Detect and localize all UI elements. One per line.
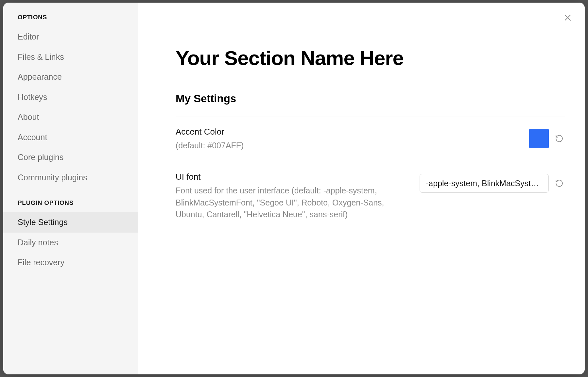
- sidebar-item-hotkeys[interactable]: Hotkeys: [3, 87, 138, 107]
- sidebar-item-community-plugins[interactable]: Community plugins: [3, 168, 138, 188]
- page-title: Your Section Name Here: [176, 46, 565, 70]
- sidebar-item-file-recovery[interactable]: File recovery: [3, 253, 138, 273]
- setting-control: [529, 127, 565, 148]
- sidebar-item-appearance[interactable]: Appearance: [3, 67, 138, 87]
- settings-sidebar: OPTIONS Editor Files & Links Appearance …: [3, 3, 138, 374]
- setting-info: UI font Font used for the user interface…: [176, 172, 420, 220]
- setting-name: Accent Color: [176, 127, 519, 137]
- reset-icon: [555, 134, 563, 143]
- close-button[interactable]: [562, 12, 574, 24]
- close-icon: [564, 14, 571, 21]
- color-swatch[interactable]: [529, 129, 549, 148]
- setting-info: Accent Color (default: #007AFF): [176, 127, 529, 151]
- sidebar-item-daily-notes[interactable]: Daily notes: [3, 233, 138, 253]
- sidebar-header-plugin-options: PLUGIN OPTIONS: [3, 199, 138, 212]
- section-title: My Settings: [176, 92, 565, 105]
- sidebar-item-editor[interactable]: Editor: [3, 27, 138, 47]
- setting-desc: Font used for the user interface (defaul…: [176, 185, 410, 220]
- reset-button[interactable]: [553, 133, 565, 144]
- setting-control: [420, 172, 565, 193]
- setting-row-accent-color: Accent Color (default: #007AFF): [176, 117, 565, 162]
- settings-content: Your Section Name Here My Settings Accen…: [138, 3, 585, 374]
- sidebar-item-about[interactable]: About: [3, 107, 138, 127]
- sidebar-item-style-settings[interactable]: Style Settings: [3, 212, 138, 233]
- setting-row-ui-font: UI font Font used for the user interface…: [176, 162, 565, 231]
- setting-name: UI font: [176, 172, 410, 182]
- ui-font-input[interactable]: [420, 174, 549, 193]
- setting-desc: (default: #007AFF): [176, 139, 519, 151]
- sidebar-header-options: OPTIONS: [3, 14, 138, 27]
- reset-icon: [555, 179, 563, 188]
- settings-modal: OPTIONS Editor Files & Links Appearance …: [3, 3, 585, 374]
- sidebar-item-core-plugins[interactable]: Core plugins: [3, 147, 138, 168]
- sidebar-item-files-links[interactable]: Files & Links: [3, 47, 138, 67]
- sidebar-item-account[interactable]: Account: [3, 127, 138, 148]
- reset-button[interactable]: [553, 177, 565, 189]
